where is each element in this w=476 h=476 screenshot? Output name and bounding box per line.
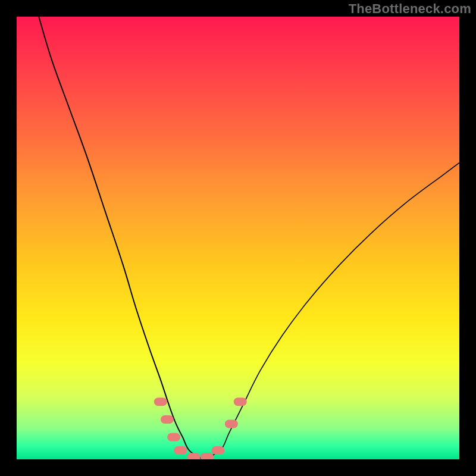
watermark-text: TheBottleneck.com: [349, 1, 471, 17]
curve-left: [39, 17, 202, 459]
chart-container: TheBottleneck.com: [0, 0, 476, 476]
curves-svg: [17, 17, 459, 459]
plot-area: [17, 17, 459, 459]
curve-right: [202, 163, 459, 459]
